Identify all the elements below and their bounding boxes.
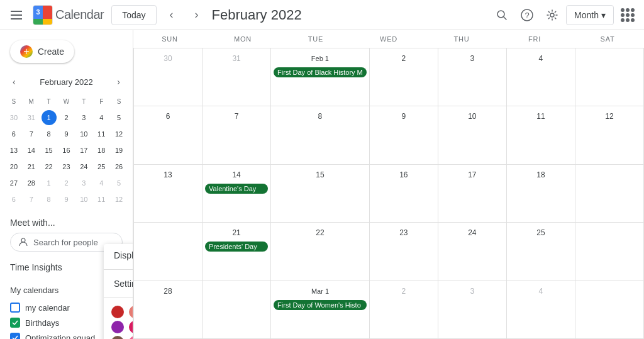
- mini-day[interactable]: 25: [94, 159, 109, 174]
- mini-day[interactable]: 30: [6, 110, 21, 125]
- cal-cell[interactable]: 6: [134, 106, 203, 164]
- mini-day[interactable]: 20: [6, 159, 21, 174]
- cal-cell[interactable]: 21 Presidents' Day: [203, 223, 271, 281]
- mini-day[interactable]: 1: [42, 175, 57, 191]
- cal-cell[interactable]: 30: [134, 48, 203, 106]
- event-chip[interactable]: Valentine's Day: [205, 184, 268, 194]
- event-chip[interactable]: First Day of Women's Histo: [274, 300, 367, 310]
- cal-cell[interactable]: 17: [438, 165, 507, 223]
- cal-checkbox-my[interactable]: [10, 303, 20, 313]
- cal-cell[interactable]: 3: [438, 281, 507, 339]
- menu-icon[interactable]: [5, 4, 28, 26]
- color-swatch[interactable]: [111, 306, 124, 318]
- cal-cell[interactable]: 22: [271, 223, 370, 281]
- event-chip[interactable]: Presidents' Day: [205, 242, 268, 252]
- apps-button[interactable]: [616, 4, 639, 26]
- cal-cell[interactable]: Feb 1 First Day of Black History M: [271, 48, 370, 106]
- mini-day[interactable]: 12: [111, 192, 126, 207]
- cal-cell[interactable]: 28: [134, 281, 203, 339]
- mini-day[interactable]: 6: [6, 192, 21, 207]
- cal-cell[interactable]: 9: [370, 106, 438, 164]
- event-chip[interactable]: First Day of Black History M: [274, 67, 367, 77]
- color-swatch[interactable]: [111, 321, 124, 333]
- mini-day[interactable]: 4: [94, 110, 109, 125]
- cal-cell[interactable]: 2: [370, 48, 438, 106]
- view-selector[interactable]: Month ▾: [566, 5, 614, 25]
- mini-day[interactable]: 5: [111, 110, 126, 125]
- help-button[interactable]: ?: [516, 4, 538, 26]
- mini-day[interactable]: 16: [58, 143, 74, 158]
- cal-cell[interactable]: [575, 48, 644, 106]
- mini-day[interactable]: 7: [24, 192, 39, 207]
- mini-day[interactable]: 19: [111, 143, 126, 158]
- cal-cell[interactable]: 4: [507, 48, 575, 106]
- mini-day[interactable]: 22: [42, 159, 57, 174]
- cal-cell[interactable]: Mar 1 First Day of Women's Histo: [271, 281, 370, 339]
- mini-day[interactable]: 3: [76, 175, 91, 191]
- cal-cell[interactable]: 10: [438, 106, 507, 164]
- search-button[interactable]: [491, 4, 513, 26]
- today-button[interactable]: Today: [111, 5, 156, 25]
- mini-day[interactable]: 31: [24, 110, 39, 125]
- mini-day[interactable]: 17: [76, 143, 91, 158]
- mini-day[interactable]: 11: [94, 126, 109, 142]
- cal-cell[interactable]: 4: [507, 281, 575, 339]
- color-swatch[interactable]: [111, 336, 124, 339]
- settings-button[interactable]: [541, 4, 564, 26]
- cal-cell[interactable]: [575, 223, 644, 281]
- cal-cell[interactable]: 2: [370, 281, 438, 339]
- cal-checkbox-birthdays[interactable]: [10, 318, 20, 328]
- mini-day[interactable]: 12: [111, 126, 126, 142]
- color-swatch[interactable]: [129, 336, 133, 339]
- next-button[interactable]: ›: [187, 5, 207, 25]
- cal-cell[interactable]: 16: [370, 165, 438, 223]
- cal-cell[interactable]: 25: [507, 223, 575, 281]
- cal-cell[interactable]: 15: [271, 165, 370, 223]
- cal-cell[interactable]: [203, 281, 271, 339]
- mini-day[interactable]: 9: [58, 126, 74, 142]
- cal-cell[interactable]: 8: [271, 106, 370, 164]
- mini-day[interactable]: 15: [42, 143, 57, 158]
- mini-next-button[interactable]: ›: [114, 75, 123, 88]
- mini-day[interactable]: 8: [42, 192, 57, 207]
- mini-day[interactable]: 9: [58, 192, 74, 207]
- mini-day[interactable]: 8: [42, 126, 57, 142]
- color-swatch[interactable]: [129, 321, 133, 333]
- cal-cell[interactable]: 3: [438, 48, 507, 106]
- cal-cell[interactable]: [575, 165, 644, 223]
- color-swatch[interactable]: [129, 306, 133, 318]
- mini-day[interactable]: 14: [24, 143, 39, 158]
- mini-day[interactable]: 23: [58, 159, 74, 174]
- cal-cell[interactable]: [134, 223, 203, 281]
- mini-day[interactable]: 2: [58, 110, 74, 125]
- mini-day[interactable]: 5: [111, 175, 126, 191]
- mini-day[interactable]: 6: [6, 126, 21, 142]
- mini-day[interactable]: 27: [6, 175, 21, 191]
- mini-day[interactable]: 28: [24, 175, 39, 191]
- menu-item-display-only[interactable]: Display this only: [104, 244, 133, 267]
- mini-day[interactable]: 10: [76, 192, 91, 207]
- mini-day[interactable]: 21: [24, 159, 39, 174]
- cal-cell[interactable]: 11: [507, 106, 575, 164]
- mini-day[interactable]: 2: [58, 175, 74, 191]
- mini-day[interactable]: 11: [94, 192, 109, 207]
- mini-day[interactable]: 4: [94, 175, 109, 191]
- mini-day[interactable]: 7: [24, 126, 39, 142]
- mini-day[interactable]: 10: [76, 126, 91, 142]
- cal-cell[interactable]: 23: [370, 223, 438, 281]
- cal-cell[interactable]: 13: [134, 165, 203, 223]
- mini-day[interactable]: 3: [76, 110, 91, 125]
- mini-day-today[interactable]: 1: [42, 110, 57, 125]
- mini-day[interactable]: 26: [111, 159, 126, 174]
- cal-cell[interactable]: 14 Valentine's Day: [203, 165, 271, 223]
- mini-day[interactable]: 18: [94, 143, 109, 158]
- create-button[interactable]: + Create: [10, 40, 74, 63]
- cal-cell[interactable]: 7: [203, 106, 271, 164]
- prev-button[interactable]: ‹: [162, 5, 182, 25]
- mini-prev-button[interactable]: ‹: [10, 75, 18, 88]
- cal-cell[interactable]: [575, 281, 644, 339]
- cal-cell[interactable]: 12: [575, 106, 644, 164]
- cal-checkbox-opt-squad[interactable]: [10, 333, 20, 339]
- cal-cell[interactable]: 24: [438, 223, 507, 281]
- cal-cell[interactable]: 31: [203, 48, 271, 106]
